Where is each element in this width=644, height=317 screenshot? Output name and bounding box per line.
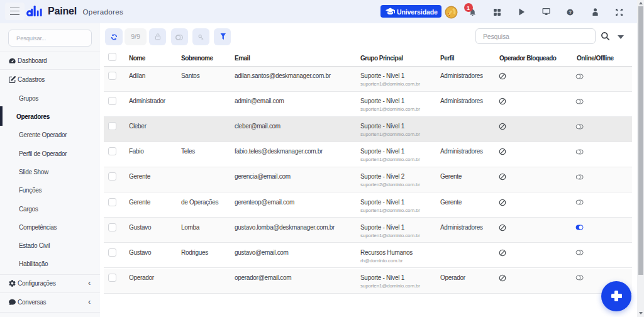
svg-text:?: ?: [569, 10, 571, 14]
